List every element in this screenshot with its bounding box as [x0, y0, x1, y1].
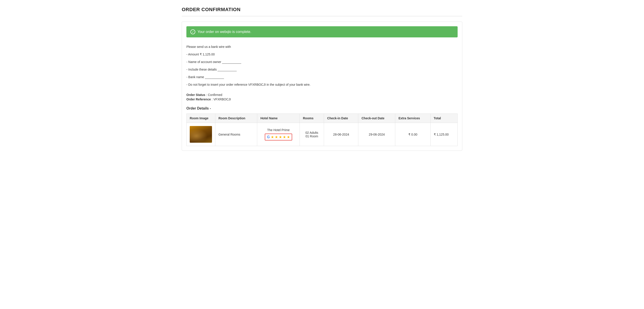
table-row: General Rooms The Hotel Prime G ★ ★ ★ ★	[186, 123, 458, 146]
order-reference-value: VFXRBOCJI	[213, 98, 231, 101]
bank-wire-info: Please send us a bank wire with - Amount…	[186, 44, 458, 88]
page-wrapper: ORDER CONFIRMATION ✓ Your order on webql…	[177, 0, 467, 158]
order-status-label: Order Status	[186, 93, 205, 96]
page-title: ORDER CONFIRMATION	[182, 7, 462, 12]
page-divider	[182, 16, 462, 16]
bank-name: - Bank name ___________	[186, 74, 458, 80]
order-status: Order Status : Confirmed	[186, 93, 458, 96]
col-extra-services: Extra Services	[395, 114, 430, 123]
order-reference-label: Order Reference	[186, 98, 211, 101]
col-room-description: Room Description	[215, 114, 257, 123]
room-description-text: General Rooms	[218, 133, 240, 136]
room-image-cell	[186, 123, 215, 146]
col-room-image: Room Image	[186, 114, 215, 123]
order-status-value: Confirmed	[208, 93, 222, 96]
success-icon: ✓	[190, 30, 195, 34]
table-header-row: Room Image Room Description Hotel Name R…	[186, 114, 458, 123]
star-1: ★	[271, 135, 274, 139]
bank-details: - Include these details ___________	[186, 66, 458, 72]
room-image-inner	[190, 126, 212, 143]
col-total: Total	[430, 114, 458, 123]
col-hotel-name: Hotel Name	[257, 114, 300, 123]
star-4: ★	[283, 135, 286, 139]
hotel-name-cell: The Hotel Prime G ★ ★ ★ ★ ★	[257, 123, 300, 146]
rooms-line1: 02 Adults	[305, 131, 318, 134]
total-cell: ₹ 1,125.00	[430, 123, 458, 146]
rooms-cell: 02 Adults 01 Room	[300, 123, 324, 146]
extra-services-cell: ₹ 0.00	[395, 123, 430, 146]
col-rooms: Rooms	[300, 114, 324, 123]
main-card: ✓ Your order on webqlo is complete. Plea…	[182, 22, 462, 151]
rooms-line2: 01 Room	[306, 134, 318, 138]
bank-amount: - Amount ₹ 1,125.00	[186, 51, 458, 58]
google-rating: G ★ ★ ★ ★ ★	[265, 134, 292, 140]
col-checkin: Check-in Date	[324, 114, 358, 123]
success-banner: ✓ Your order on webqlo is complete.	[186, 26, 458, 38]
success-message: Your order on webqlo is complete.	[198, 30, 251, 34]
bank-intro: Please send us a bank wire with	[186, 44, 458, 50]
order-details-title: Order Details -	[186, 106, 458, 110]
star-3: ★	[279, 135, 282, 139]
star-2: ★	[275, 135, 278, 139]
col-checkout: Check-out Date	[358, 114, 395, 123]
checkin-cell: 28-06-2024	[324, 123, 358, 146]
room-description-cell: General Rooms	[215, 123, 257, 146]
bank-account-owner: - Name of account owner ___________	[186, 59, 458, 65]
google-g-icon: G	[267, 135, 270, 139]
star-5: ★	[287, 135, 290, 139]
order-table: Room Image Room Description Hotel Name R…	[186, 114, 458, 146]
checkout-cell: 29-06-2024	[358, 123, 395, 146]
order-meta: Order Status : Confirmed Order Reference…	[186, 93, 458, 101]
hotel-name-text: The Hotel Prime	[260, 128, 296, 132]
order-reference: Order Reference : VFXRBOCJI	[186, 98, 458, 101]
bank-reference: - Do not forget to insert your order ref…	[186, 82, 458, 88]
room-image	[190, 126, 212, 143]
